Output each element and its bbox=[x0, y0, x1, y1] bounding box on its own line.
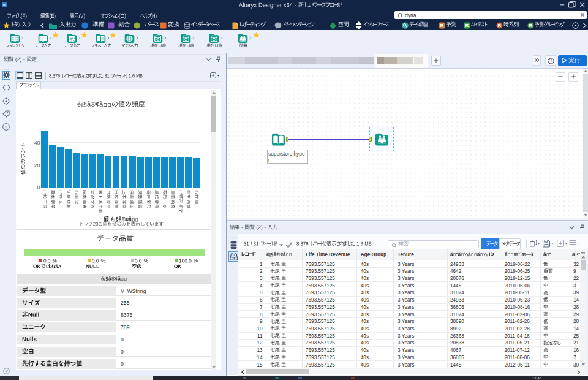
svg-text:R: R bbox=[466, 23, 469, 28]
svg-text:R: R bbox=[529, 23, 533, 28]
svg-text:R: R bbox=[440, 23, 444, 28]
svg-text:R: R bbox=[498, 23, 502, 28]
svg-text:?: ? bbox=[5, 124, 8, 130]
